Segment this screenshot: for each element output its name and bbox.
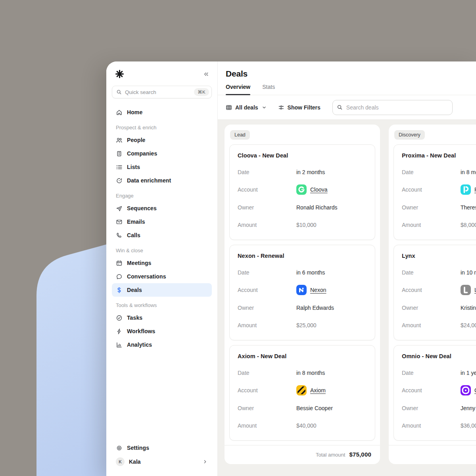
asterisk-logo-icon <box>115 69 124 79</box>
column-footer: Total amount $75,000 <box>225 445 380 464</box>
sidebar: Quick search ⌘K Home Prospect & enrich P… <box>106 61 218 476</box>
sidebar-collapse-icon[interactable] <box>202 71 209 78</box>
cards-list: Cloova - New Deal Date in 2 months Accou… <box>229 144 375 441</box>
sidebar-item-people[interactable]: People <box>112 133 212 147</box>
field-label-date: Date <box>238 370 296 376</box>
deal-card[interactable]: Axiom - New Deal Date in 8 months Accoun… <box>229 345 375 441</box>
account-link[interactable]: Nexon <box>310 287 326 293</box>
deal-owner: Ronald Richards <box>296 204 338 211</box>
sidebar-item-analytics[interactable]: Analytics <box>112 338 212 351</box>
field-label-amount: Amount <box>402 422 461 429</box>
account-logo-icon <box>461 285 471 295</box>
sidebar-item-deals[interactable]: Deals <box>112 283 212 297</box>
deal-title: Cloova - New Deal <box>238 152 367 159</box>
deal-card[interactable]: Omnio - New Deal Date in 1 year Account … <box>393 345 476 441</box>
sidebar-item-lists[interactable]: Lists <box>112 160 212 174</box>
search-icon <box>116 89 122 95</box>
sidebar-item-label: Data enrichment <box>127 177 171 184</box>
workflows-icon <box>116 328 123 335</box>
deal-amount: $10,000 <box>296 222 317 228</box>
sidebar-item-label: Lists <box>127 164 140 170</box>
view-selector-button[interactable]: All deals <box>226 104 267 111</box>
deal-title: Lynx <box>402 253 476 259</box>
deal-amount: $40,000 <box>296 422 317 429</box>
sidebar-item-meetings[interactable]: Meetings <box>112 256 212 270</box>
sidebar-item-label: Companies <box>127 150 157 157</box>
deal-amount: $24,000 <box>461 322 476 328</box>
account-link[interactable]: Omnio <box>474 387 476 393</box>
sidebar-nav: Home Prospect & enrich People Companies … <box>106 104 217 441</box>
sidebar-item-tasks[interactable]: Tasks <box>112 311 212 324</box>
account-link[interactable]: Lynx <box>474 287 476 293</box>
tab-stats[interactable]: Stats <box>262 84 275 95</box>
field-label-amount: Amount <box>238 422 296 429</box>
app-window: Quick search ⌘K Home Prospect & enrich P… <box>106 61 476 476</box>
sidebar-item-calls[interactable]: Calls <box>112 228 212 242</box>
deal-title: Axiom - New Deal <box>238 353 367 359</box>
account-logo-icon <box>461 385 471 395</box>
nav-section-label: Tools & workflows <box>112 297 212 311</box>
search-deals-input[interactable]: Search deals <box>332 100 453 115</box>
field-label-account: Account <box>238 387 296 393</box>
tab-overview[interactable]: Overview <box>226 84 250 95</box>
screenshot-canvas: Quick search ⌘K Home Prospect & enrich P… <box>0 0 476 476</box>
toolbar: All deals Show Filters Search deals <box>218 95 476 120</box>
deal-card[interactable]: Proxima - New Deal Date in 8 months Acco… <box>393 144 476 240</box>
total-amount-value: $75,000 <box>349 451 371 458</box>
quick-search-input[interactable]: Quick search ⌘K <box>112 86 212 98</box>
sidebar-item-label: Calls <box>127 232 140 238</box>
account-link[interactable]: Axiom <box>310 387 326 393</box>
deal-card[interactable]: Lynx Date in 10 months Account Lynx Owne… <box>393 245 476 340</box>
board-column: Lead Cloova - New Deal Date in 2 months … <box>225 125 380 464</box>
sidebar-item-label: Settings <box>127 445 149 451</box>
field-label-account: Account <box>402 186 461 193</box>
account-link[interactable]: Cloova <box>310 186 328 193</box>
deal-card[interactable]: Nexon - Renewal Date in 6 months Account… <box>229 245 375 340</box>
field-label-date: Date <box>402 370 461 376</box>
companies-icon <box>116 150 123 157</box>
stage-badge: Discovery <box>394 130 425 140</box>
sidebar-item-settings[interactable]: Settings <box>112 441 212 455</box>
sidebar-item-workflows[interactable]: Workflows <box>112 324 212 338</box>
deal-amount: $25,000 <box>296 322 317 328</box>
sidebar-item-home[interactable]: Home <box>112 106 212 119</box>
nav-section-label: Engage <box>112 187 212 202</box>
sidebar-item-label: Tasks <box>127 315 142 321</box>
field-label-account: Account <box>402 387 461 393</box>
search-deals-placeholder: Search deals <box>346 104 379 111</box>
nav-section-label: Prospect & enrich <box>112 119 212 133</box>
field-label-amount: Amount <box>402 222 461 228</box>
quick-search-placeholder: Quick search <box>125 89 156 95</box>
deal-amount: $36,000 <box>461 422 476 429</box>
lists-icon <box>116 164 123 171</box>
sidebar-item-label: Home <box>127 109 142 115</box>
sidebar-item-emails[interactable]: Emails <box>112 215 212 228</box>
workspace-user-row[interactable]: K Kala <box>112 455 212 469</box>
deal-date: in 8 months <box>296 370 325 376</box>
people-icon <box>116 137 123 144</box>
nav-section-label: Win & close <box>112 242 212 256</box>
deal-owner: Ralph Edwards <box>296 305 334 311</box>
stage-badge: Lead <box>230 130 250 140</box>
field-label-date: Date <box>238 269 296 276</box>
field-label-owner: Owner <box>402 305 461 311</box>
chevron-right-icon <box>202 459 208 464</box>
sidebar-item-label: People <box>127 137 146 143</box>
deal-date: in 1 year <box>461 370 476 376</box>
show-filters-label: Show Filters <box>288 104 321 111</box>
show-filters-button[interactable]: Show Filters <box>278 104 321 111</box>
sidebar-item-conversations[interactable]: Conversations <box>112 270 212 283</box>
deal-card[interactable]: Cloova - New Deal Date in 2 months Accou… <box>229 144 375 240</box>
emails-icon <box>116 219 123 225</box>
chevron-down-icon <box>261 105 267 110</box>
gear-icon <box>116 445 123 451</box>
main-panel: Deals Overview Stats All deals Show Filt… <box>218 61 476 476</box>
deal-date: in 6 months <box>296 269 325 276</box>
sidebar-item-companies[interactable]: Companies <box>112 147 212 160</box>
field-label-owner: Owner <box>238 305 296 311</box>
account-link[interactable]: Proxima <box>474 186 476 193</box>
sidebar-item-label: Meetings <box>127 260 151 266</box>
sidebar-item-sequences[interactable]: Sequences <box>112 202 212 215</box>
field-label-owner: Owner <box>238 405 296 411</box>
sidebar-item-data-enrichment[interactable]: Data enrichment <box>112 174 212 187</box>
